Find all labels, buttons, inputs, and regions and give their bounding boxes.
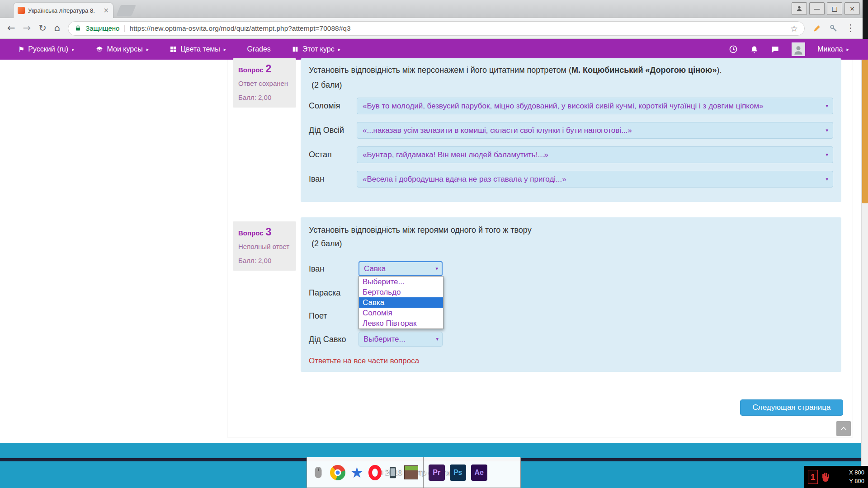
dropdown-option[interactable]: Левко Півторак — [359, 318, 443, 328]
site-navbar: ⚑ Русский (ru) ▸ Мои курсы ▸ Цвета темы … — [0, 39, 868, 60]
wrench-extension-icon[interactable] — [829, 24, 838, 33]
chevron-down-icon: ▾ — [435, 262, 438, 275]
question-3-number: Вопрос3 — [238, 226, 291, 238]
chrome-icon[interactable] — [330, 465, 345, 480]
window-controls: — □ × — [792, 2, 860, 15]
nav-grades-label: Grades — [247, 45, 270, 53]
nav-theme-colors-label: Цвета темы — [180, 45, 220, 53]
scrollbar[interactable] — [861, 60, 868, 488]
navbar-right: Микола ▸ — [729, 42, 849, 56]
dropdown-option-selected[interactable]: Савка — [359, 297, 443, 308]
photoshop-icon[interactable]: Ps — [450, 465, 466, 481]
cursor-coordinates: X 800 Y 800 — [849, 469, 864, 486]
graduation-cap-icon — [95, 45, 104, 53]
coordinates-overlay: 1 X 800 Y 800 — [804, 466, 868, 488]
match-row: Іван «Весела і добродушна вдача не раз с… — [309, 171, 833, 188]
avatar[interactable] — [792, 42, 805, 56]
question-2-text: Установіть відповідність між персонажем … — [309, 66, 833, 75]
home-icon[interactable]: ⌂ — [54, 23, 60, 33]
chevron-down-icon: ▾ — [436, 332, 439, 346]
hand-icon — [821, 471, 830, 483]
recorder-badge-icon: 1 — [808, 470, 818, 484]
nav-this-course[interactable]: Этот курс ▸ — [292, 45, 340, 53]
tab-favicon — [18, 7, 25, 14]
match-select-did-ovsiy[interactable]: «...наказав усім залазити в комиші, скла… — [357, 122, 833, 139]
browser-tab[interactable]: Українська література 8. × — [14, 3, 113, 18]
match-select-ivan-q2[interactable]: «Весела і добродушна вдача не раз ставал… — [357, 171, 833, 188]
question-2-status: Ответ сохранен — [238, 80, 291, 87]
clock-icon[interactable] — [729, 45, 738, 54]
scroll-to-top-button[interactable] — [836, 421, 851, 436]
match-select-value: «...наказав усім залазити в комиші, скла… — [363, 126, 632, 135]
maximize-icon[interactable]: □ — [827, 2, 842, 15]
bookmark-star-icon[interactable]: ☆ — [790, 23, 798, 33]
question-3-points: (2 бали) — [311, 239, 342, 249]
url-bar[interactable]: Защищено | https://new.optima-osvita.org… — [68, 21, 805, 36]
url-separator: | — [123, 24, 125, 33]
match-label: Параска — [309, 288, 340, 298]
page-border-left — [227, 60, 227, 437]
user-menu[interactable]: Микола ▸ — [817, 45, 849, 53]
coordinate-y: Y 800 — [849, 477, 864, 486]
browser-toolbar: ← → ↻ ⌂ Защищено | https://new.optima-os… — [0, 18, 863, 39]
chevron-down-icon: ▾ — [826, 171, 828, 187]
dropdown-option[interactable]: Выберите... — [359, 277, 443, 287]
caret-icon: ▸ — [224, 47, 226, 52]
url-text: https://new.optima-osvita.org/mod/quiz/a… — [130, 24, 786, 33]
nav-theme-colors[interactable]: Цвета темы ▸ — [170, 45, 226, 53]
match-label: Остап — [309, 150, 345, 160]
match-select-ostap[interactable]: «Бунтар, гайдамака! Він мені людей балам… — [357, 146, 833, 163]
match-label: Іван — [309, 264, 324, 274]
back-icon[interactable]: ← — [7, 23, 15, 33]
page-border-bottom — [227, 437, 853, 437]
match-label: Дід Савко — [309, 335, 346, 344]
premiere-icon[interactable]: Pr — [429, 465, 445, 481]
chat-icon[interactable] — [771, 45, 779, 54]
scrollbar-thumb[interactable] — [862, 60, 868, 203]
match-select-value: «Бунтар, гайдамака! Він мені людей балам… — [363, 150, 548, 159]
caret-icon: ▸ — [146, 47, 149, 52]
forward-icon[interactable]: → — [23, 23, 31, 33]
pencil-extension-icon[interactable] — [812, 24, 821, 33]
opera-icon[interactable] — [368, 465, 382, 480]
minecraft-icon[interactable] — [404, 465, 418, 479]
phone-icon[interactable] — [387, 465, 399, 480]
question-2-grade: Балл: 2,00 — [238, 94, 291, 101]
nav-language[interactable]: ⚑ Русский (ru) ▸ — [18, 45, 75, 54]
close-icon[interactable]: × — [844, 2, 860, 15]
match-select-value: «Весела і добродушна вдача не раз ставал… — [363, 175, 566, 183]
nav-my-courses[interactable]: Мои курсы ▸ — [95, 45, 149, 53]
refresh-icon[interactable]: ↻ — [38, 23, 47, 33]
secure-label: Защищено — [85, 24, 119, 32]
lock-icon — [75, 25, 81, 32]
bell-icon[interactable] — [750, 45, 759, 54]
match-select-value: Савка — [364, 264, 386, 273]
profile-icon[interactable] — [792, 2, 807, 15]
menu-icon[interactable]: ⋮ — [846, 23, 855, 33]
match-select-did-savko[interactable]: Выберите... ▾ — [359, 332, 443, 347]
page-border-right — [853, 60, 853, 437]
window-edge — [863, 0, 868, 39]
nav-my-courses-label: Мои курсы — [107, 45, 143, 53]
user-name: Микола — [817, 45, 843, 53]
tab-bar: Українська література 8. × — □ × — [0, 0, 868, 18]
dropdown-option[interactable]: Соломія — [359, 308, 443, 318]
mouse-icon[interactable] — [311, 465, 325, 480]
caret-icon: ▸ — [72, 47, 75, 52]
star-app-icon[interactable]: ★ — [350, 465, 363, 480]
tab-close-icon[interactable]: × — [103, 7, 109, 14]
match-row: Дід Овсій «...наказав усім залазити в ко… — [309, 122, 833, 139]
match-label: Дід Овсій — [309, 126, 345, 135]
aftereffects-icon[interactable]: Ae — [471, 465, 487, 481]
tab-title: Українська література 8. — [28, 7, 100, 14]
minimize-icon[interactable]: — — [809, 2, 825, 15]
new-tab-button[interactable] — [116, 5, 136, 16]
match-select-ivan[interactable]: Савка ▾ — [359, 261, 443, 276]
question-2-number: Вопрос2 — [238, 63, 291, 75]
match-label: Поет — [309, 311, 327, 321]
match-select-solomiya[interactable]: «Був то молодий, безвусий парубок, міцно… — [357, 98, 833, 114]
next-page-button[interactable]: Следующая страница — [740, 399, 843, 416]
dropdown-option[interactable]: Бертольдо — [359, 287, 443, 297]
nav-grades[interactable]: Grades — [247, 45, 270, 53]
book-icon — [292, 46, 299, 53]
